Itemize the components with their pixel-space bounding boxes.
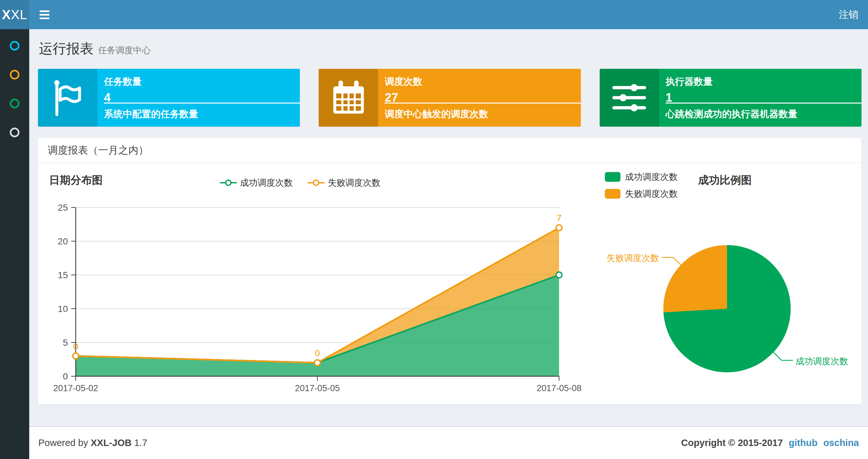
brand-name: XXL-JOB <box>91 437 131 448</box>
info-box-description: 调度中心触发的调度次数 <box>384 108 488 121</box>
swatch-icon <box>605 172 620 182</box>
panel-title: 调度报表（一月之内） <box>48 143 149 157</box>
pie-label-fail: 失败调度次数 <box>578 252 659 264</box>
sidebar-item-report-circle-icon[interactable] <box>10 99 20 108</box>
svg-text:25: 25 <box>58 202 68 212</box>
info-box-label: 调度次数 <box>384 75 572 88</box>
info-box-executor-count: 执行器数量 1 心跳检测成功的执行器机器数量 <box>600 69 862 127</box>
divider <box>104 103 300 103</box>
legend-item-fail[interactable]: 失败调度次数 <box>605 188 678 200</box>
panel-body: 日期分布图 成功调度次数 失败调度次数 05101520252017-05-02… <box>38 163 862 404</box>
svg-text:10: 10 <box>58 304 68 314</box>
svg-text:15: 15 <box>58 270 68 280</box>
divider <box>384 103 581 103</box>
line-marker-icon <box>308 179 324 186</box>
svg-text:0: 0 <box>315 348 320 358</box>
info-box-job-count: 任务数量 4 系统中配置的任务数量 <box>38 69 300 127</box>
panel-header: 调度报表（一月之内） <box>38 138 862 163</box>
logout-link[interactable]: 注销 <box>839 8 858 22</box>
legend-item-success[interactable]: 成功调度次数 <box>220 177 293 189</box>
info-box-label: 执行器数量 <box>665 75 853 88</box>
page-subtitle: 任务调度中心 <box>98 45 151 55</box>
line-chart-title: 日期分布图 <box>49 173 103 188</box>
powered-by: Powered by XXL-JOB 1.7 <box>38 437 147 448</box>
info-box-description: 心跳检测成功的执行器机器数量 <box>665 108 798 121</box>
success-ratio-pie[interactable] <box>663 245 791 372</box>
info-box-description: 系统中配置的任务数量 <box>104 108 198 121</box>
github-link[interactable]: github <box>789 437 818 448</box>
svg-text:2017-05-05: 2017-05-05 <box>295 383 340 393</box>
legend-item-fail[interactable]: 失败调度次数 <box>308 177 380 189</box>
sidebar-item-joblog-circle-icon[interactable] <box>10 70 20 79</box>
oschina-link[interactable]: oschina <box>823 437 859 448</box>
svg-text:7: 7 <box>556 213 562 223</box>
svg-text:2017-05-02: 2017-05-02 <box>53 383 98 393</box>
schedule-report-panel: 调度报表（一月之内） 日期分布图 成功调度次数 失败调度次数 051015202… <box>38 138 862 404</box>
sidebar <box>0 29 29 459</box>
svg-text:5: 5 <box>63 337 68 348</box>
calendar-icon <box>319 69 378 127</box>
line-marker-icon <box>220 179 237 186</box>
logo-rest: XL <box>11 7 27 22</box>
legend-item-success[interactable]: 成功调度次数 <box>605 171 678 183</box>
sidebar-item-jobinfo-circle-icon[interactable] <box>10 41 20 51</box>
svg-text:20: 20 <box>58 236 68 247</box>
svg-text:2017-05-08: 2017-05-08 <box>537 383 582 393</box>
pie-label-success: 成功调度次数 <box>796 356 848 367</box>
info-box-label: 任务数量 <box>104 75 291 88</box>
page-title: 运行报表 <box>39 41 94 56</box>
main-footer: Powered by XXL-JOB 1.7 Copyright © 2015-… <box>29 426 868 459</box>
info-box-row: 任务数量 4 系统中配置的任务数量 <box>38 69 862 127</box>
logo-bold: X <box>2 7 11 22</box>
sidebar-item-help-circle-icon[interactable] <box>10 128 20 137</box>
content-area: 运行报表任务调度中心 任务数量 4 系统中配置的任务数量 <box>29 29 868 426</box>
sidebar-toggle-icon[interactable] <box>40 5 59 24</box>
top-navbar: XXL 注销 <box>0 0 868 29</box>
flag-icon <box>38 69 97 127</box>
line-chart-legend: 成功调度次数 失败调度次数 <box>220 177 380 189</box>
svg-text:0: 0 <box>73 341 78 352</box>
app-logo[interactable]: XXL <box>0 0 29 29</box>
info-box-trigger-count: 调度次数 27 调度中心触发的调度次数 <box>319 69 581 127</box>
date-distribution-chart: 05101520252017-05-022017-05-052017-05-08… <box>49 197 601 395</box>
page-header: 运行报表任务调度中心 <box>38 29 862 69</box>
swatch-icon <box>605 189 620 199</box>
brand-version: 1.7 <box>134 437 147 448</box>
pie-chart-title: 成功比例图 <box>698 173 752 188</box>
copyright-text: Copyright © 2015-2017 <box>681 437 783 448</box>
sliders-icon <box>600 69 659 127</box>
pie-chart-legend: 成功调度次数 失败调度次数 <box>605 171 678 200</box>
divider <box>665 103 862 103</box>
svg-text:0: 0 <box>63 371 68 382</box>
